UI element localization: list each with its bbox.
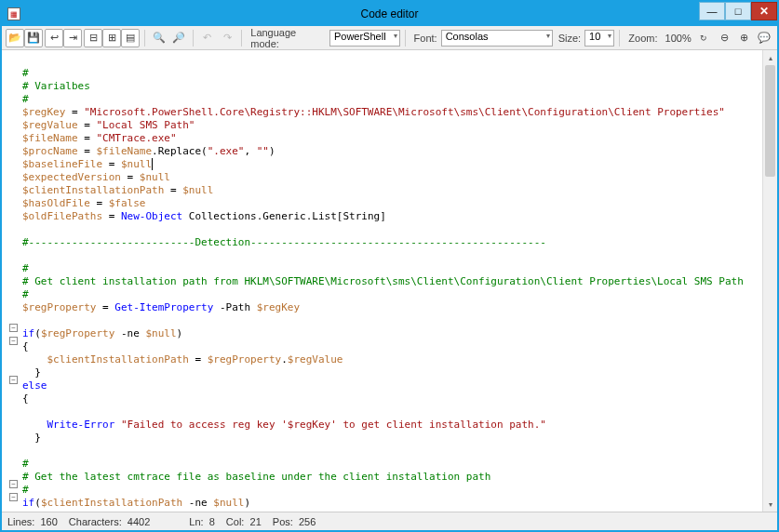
editor-area: − − − − − # # Varialbes # $regKey = "Mic… [2,50,777,512]
separator [144,30,145,47]
status-col: Col: 21 [226,516,262,527]
app-icon: ▦ [7,7,20,20]
open-icon[interactable]: 📂 [6,29,24,47]
code-view[interactable]: # # Varialbes # $regKey = "Microsoft.Pow… [17,50,762,512]
status-ln: Ln: 8 [189,516,215,527]
zoom-out-icon[interactable]: ⊖ [715,29,733,47]
indent-block-icon[interactable]: ⊞ [102,29,121,47]
separator [193,30,194,47]
scroll-thumb[interactable] [765,65,775,177]
chat-icon[interactable]: 💬 [755,29,773,47]
scroll-up-icon[interactable]: ▴ [763,50,777,65]
size-label: Size: [558,33,581,44]
zoom-label: Zoom: [628,33,657,44]
redo-icon[interactable]: ↷ [219,29,237,47]
fold-gutter[interactable]: − − − − − [2,50,17,512]
replace-icon[interactable]: 🔎 [170,29,189,47]
refresh-icon[interactable]: ↻ [695,29,714,47]
editor-window: ▦ Code editor — □ ✕ 📂 💾 ↩ ⇥ ⊟ ⊞ ▤ 🔍 🔎 ↶ … [0,0,779,532]
titlebar[interactable]: ▦ Code editor — □ ✕ [2,2,777,26]
separator [619,30,620,47]
close-button[interactable]: ✕ [751,2,777,20]
status-pos: Pos: 256 [273,516,316,527]
format-icon[interactable]: ▤ [121,29,140,47]
undo-icon[interactable]: ↶ [198,29,217,47]
separator [405,30,406,47]
window-controls: — □ ✕ [699,2,777,20]
scroll-track[interactable] [763,65,777,497]
status-chars: Characters: 4402 [69,516,150,527]
zoom-in-icon[interactable]: ⊕ [735,29,754,47]
vertical-scrollbar[interactable]: ▴ ▾ [762,50,777,512]
separator [241,30,242,47]
language-label: Language mode: [250,27,326,49]
zoom-value: 100% [665,33,692,44]
search-icon[interactable]: 🔍 [150,29,168,47]
scroll-down-icon[interactable]: ▾ [763,497,777,512]
window-title: Code editor [360,7,418,20]
maximize-button[interactable]: □ [725,2,751,20]
save-icon[interactable]: 💾 [24,29,43,47]
word-wrap-icon[interactable]: ↩ [45,29,63,47]
outdent-block-icon[interactable]: ⊟ [84,29,102,47]
font-select[interactable]: Consolas [441,30,553,47]
size-select[interactable]: 10 [584,30,614,47]
language-select[interactable]: PowerShell [329,30,400,47]
status-lines: Lines: 160 [7,516,58,527]
indent-icon[interactable]: ⇥ [63,29,82,47]
minimize-button[interactable]: — [699,2,725,20]
status-bar: Lines: 160 Characters: 4402 Ln: 8 Col: 2… [2,512,777,530]
toolbar: 📂 💾 ↩ ⇥ ⊟ ⊞ ▤ 🔍 🔎 ↶ ↷ Language mode: Pow… [2,26,777,50]
font-label: Font: [414,33,437,44]
